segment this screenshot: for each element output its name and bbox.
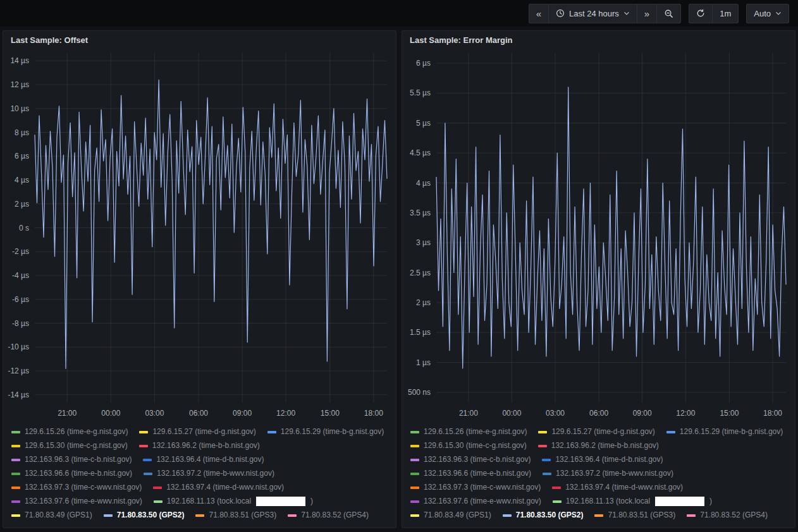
time-shift-forward-button[interactable]: »: [637, 4, 657, 23]
series-color-swatch: [139, 431, 148, 433]
legend-item[interactable]: 132.163.97.3 (time-c-wwv.nist.gov): [410, 481, 541, 494]
series-color-swatch: [410, 514, 419, 517]
legend-label: 129.6.15.29 (time-b-g.nist.gov): [281, 425, 384, 438]
series-color-swatch: [410, 431, 419, 433]
svg-text:2 µs: 2 µs: [416, 298, 431, 307]
legend-label: 71.80.83.52 (GPS4): [301, 509, 369, 522]
svg-text:4.5 µs: 4.5 µs: [410, 148, 431, 157]
legend-item[interactable]: 132.163.96.3 (time-c-b.nist.gov): [11, 453, 132, 466]
series-color-swatch: [11, 514, 20, 517]
legend-label: 71.80.83.49 (GPS1): [25, 509, 92, 522]
legend-item[interactable]: 71.80.83.51 (GPS3): [594, 509, 675, 522]
legend-item[interactable]: 132.163.97.4 (time-d-wwv.nist.gov): [552, 481, 683, 494]
legend-label: 192.168.11.13 (tock.local: [566, 495, 650, 508]
legend-label: 71.80.83.50 (GPS2): [117, 509, 185, 522]
legend-item[interactable]: 71.80.83.52 (GPS4): [687, 509, 768, 522]
series-color-swatch: [195, 514, 204, 517]
legend: 129.6.15.26 (time-e-g.nist.gov)129.6.15.…: [402, 423, 795, 528]
legend-item[interactable]: 132.163.97.2 (time-b-wwv.nist.gov): [144, 467, 274, 480]
legend-item[interactable]: 71.80.83.52 (GPS4): [288, 509, 369, 522]
svg-text:12 µs: 12 µs: [10, 80, 29, 89]
legend-item[interactable]: 129.6.15.30 (time-c-g.nist.gov): [410, 439, 527, 452]
dashboard-toolbar: « Last 24 hours » 1m: [0, 0, 798, 27]
svg-text:-14 µs: -14 µs: [8, 390, 29, 399]
legend-item[interactable]: 132.163.96.2 (time-b-b.nist.gov): [538, 439, 659, 452]
panel-offset: Last Sample: Offset 14 µs12 µs10 µs8 µs6…: [3, 30, 396, 528]
time-range-picker-button[interactable]: Last 24 hours: [548, 4, 637, 23]
series-color-swatch: [153, 487, 162, 489]
legend-item[interactable]: 71.80.83.49 (GPS1): [11, 509, 92, 522]
zoom-out-icon: [664, 9, 673, 18]
refresh-interval-button[interactable]: 1m: [712, 4, 739, 23]
legend-item[interactable]: 132.163.96.6 (time-e-b.nist.gov): [11, 467, 132, 480]
series-color-swatch: [543, 473, 551, 475]
error-margin-chart-area[interactable]: 6 µs5.5 µs5 µs4.5 µs4 µs3.5 µs3 µs2.5 µs…: [402, 46, 795, 423]
svg-text:-12 µs: -12 µs: [8, 366, 29, 375]
legend-label: 132.163.96.6 (time-e-b.nist.gov): [424, 467, 531, 480]
double-chevron-left-icon: «: [536, 9, 541, 18]
legend-label: 71.80.83.52 (GPS4): [700, 509, 768, 522]
legend-item[interactable]: 132.163.97.6 (time-e-wwv.nist.gov): [11, 495, 142, 508]
svg-text:06:00: 06:00: [589, 409, 608, 418]
legend-label: 129.6.15.27 (time-d-g.nist.gov): [152, 425, 255, 438]
legend-item[interactable]: 192.168.11.13 (tock.local): [154, 495, 313, 508]
legend-label: 132.163.96.3 (time-c-b.nist.gov): [25, 453, 132, 466]
svg-text:8 µs: 8 µs: [15, 128, 29, 137]
legend-item[interactable]: 132.163.97.2 (time-b-wwv.nist.gov): [543, 467, 673, 480]
auto-refresh-dropdown[interactable]: Auto: [746, 4, 789, 23]
legend-item[interactable]: 71.80.83.50 (GPS2): [503, 509, 584, 522]
offset-chart-area[interactable]: 14 µs12 µs10 µs8 µs6 µs4 µs2 µs0 s-2 µs-…: [3, 46, 396, 423]
series-color-swatch: [594, 514, 603, 517]
refresh-button[interactable]: [689, 4, 713, 23]
zoom-out-button[interactable]: [656, 4, 681, 23]
legend-label-suffix: ): [709, 495, 712, 508]
legend-label: 132.163.97.2 (time-b-wwv.nist.gov): [157, 467, 274, 480]
legend-label: 129.6.15.30 (time-c-g.nist.gov): [424, 439, 527, 452]
svg-text:18:00: 18:00: [364, 409, 383, 418]
legend-item[interactable]: 132.163.96.6 (time-e-b.nist.gov): [410, 467, 531, 480]
error-margin-chart-svg[interactable]: 6 µs5.5 µs5 µs4.5 µs4 µs3.5 µs3 µs2.5 µs…: [402, 46, 795, 423]
chevron-down-icon: [623, 10, 630, 16]
legend-item[interactable]: 192.168.11.13 (tock.local): [553, 495, 712, 508]
legend-item[interactable]: 132.163.96.2 (time-b-b.nist.gov): [139, 439, 260, 452]
svg-text:09:00: 09:00: [633, 409, 652, 418]
legend-item[interactable]: 132.163.96.3 (time-c-b.nist.gov): [410, 453, 531, 466]
legend-label: 71.80.83.49 (GPS1): [424, 509, 491, 522]
legend-item[interactable]: 132.163.96.4 (time-d-b.nist.gov): [143, 453, 264, 466]
time-range-label: Last 24 hours: [569, 9, 619, 18]
time-shift-back-button[interactable]: «: [529, 4, 549, 23]
legend-item[interactable]: 129.6.15.27 (time-d-g.nist.gov): [538, 425, 654, 438]
offset-chart-svg[interactable]: 14 µs12 µs10 µs8 µs6 µs4 µs2 µs0 s-2 µs-…: [3, 46, 396, 423]
series-color-swatch: [11, 473, 20, 475]
svg-text:4 µs: 4 µs: [15, 176, 29, 184]
legend-item[interactable]: 71.80.83.49 (GPS1): [410, 509, 491, 522]
svg-text:-2 µs: -2 µs: [12, 247, 29, 256]
series-color-swatch: [154, 500, 163, 503]
svg-text:15:00: 15:00: [321, 409, 340, 418]
legend-item[interactable]: 132.163.96.4 (time-d-b.nist.gov): [542, 453, 663, 466]
legend-item[interactable]: 132.163.97.3 (time-c-wwv.nist.gov): [11, 481, 142, 494]
legend-label: 132.163.97.6 (time-e-wwv.nist.gov): [424, 495, 541, 508]
series-color-swatch: [11, 487, 20, 489]
series-color-swatch: [11, 431, 20, 433]
panel-title: Last Sample: Error Margin: [402, 31, 795, 46]
series-color-swatch: [11, 445, 20, 447]
legend-item[interactable]: 129.6.15.27 (time-d-g.nist.gov): [139, 425, 255, 438]
legend-item[interactable]: 129.6.15.26 (time-e-g.nist.gov): [410, 425, 527, 438]
svg-text:-4 µs: -4 µs: [12, 271, 29, 280]
series-color-swatch: [666, 431, 675, 433]
legend-item[interactable]: 129.6.15.26 (time-e-g.nist.gov): [11, 425, 128, 438]
svg-text:3.5 µs: 3.5 µs: [410, 209, 431, 217]
legend-label: 129.6.15.27 (time-d-g.nist.gov): [551, 425, 654, 438]
legend-item[interactable]: 132.163.97.6 (time-e-wwv.nist.gov): [410, 495, 541, 508]
series-color-swatch: [410, 500, 419, 503]
legend-label: 71.80.83.50 (GPS2): [516, 509, 584, 522]
legend-label: 71.80.83.51 (GPS3): [209, 509, 276, 522]
legend-item[interactable]: 71.80.83.50 (GPS2): [104, 509, 185, 522]
panel-error-margin: Last Sample: Error Margin 6 µs5.5 µs5 µs…: [402, 30, 795, 528]
legend-item[interactable]: 129.6.15.30 (time-c-g.nist.gov): [11, 439, 128, 452]
legend-item[interactable]: 129.6.15.29 (time-b-g.nist.gov): [267, 425, 384, 438]
legend-item[interactable]: 132.163.97.4 (time-d-wwv.nist.gov): [153, 481, 284, 494]
legend-item[interactable]: 129.6.15.29 (time-b-g.nist.gov): [666, 425, 783, 438]
legend-item[interactable]: 71.80.83.51 (GPS3): [195, 509, 276, 522]
